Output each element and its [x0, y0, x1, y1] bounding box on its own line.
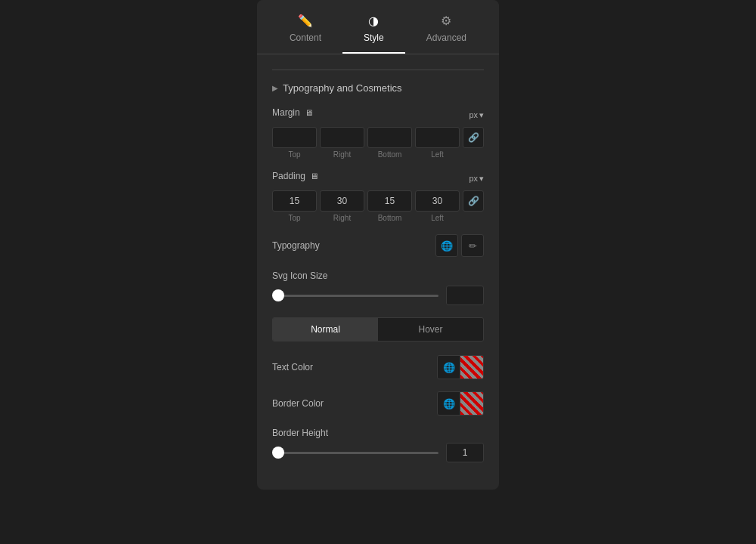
margin-row-top: Margin 🖥 px ▾ — [272, 107, 484, 122]
padding-left-input[interactable] — [415, 190, 460, 212]
monitor-icon: 🖥 — [305, 108, 313, 117]
margin-labels: Top Right Bottom Left — [272, 150, 484, 159]
margin-inputs: 🔗 — [272, 127, 484, 148]
border-height-slider[interactable] — [272, 452, 438, 454]
monitor-icon: 🖥 — [310, 172, 318, 181]
svg-icon-size-slider[interactable] — [272, 295, 438, 297]
padding-field: Padding 🖥 px ▾ 🔗 Top Right Bottom Lef — [272, 171, 484, 222]
text-color-globe-button[interactable]: 🌐 — [438, 356, 460, 379]
section-title: Typography and Cosmetics — [283, 82, 402, 94]
svg-icon-size-slider-row — [272, 286, 484, 305]
typography-label: Typography — [272, 240, 320, 251]
tab-content-label: Content — [290, 32, 321, 43]
typography-row: Typography 🌐 ✏ — [272, 234, 484, 257]
typography-globe-button[interactable]: 🌐 — [435, 234, 458, 257]
chevron-icon: ▶ — [272, 84, 278, 92]
tabs-bar: ✏️ Content ◑ Style ⚙ Advanced — [257, 0, 499, 54]
hover-button[interactable]: Hover — [378, 318, 483, 341]
padding-link-button[interactable]: 🔗 — [463, 190, 484, 212]
section-divider — [272, 70, 484, 70]
svg-icon-size-label: Svg Icon Size — [272, 270, 484, 281]
border-height-field: Border Height — [272, 428, 484, 462]
text-color-swatch[interactable] — [460, 356, 483, 379]
padding-label: Padding 🖥 — [272, 171, 318, 181]
padding-row-top: Padding 🖥 px ▾ — [272, 171, 484, 186]
typography-edit-button[interactable]: ✏ — [461, 234, 484, 257]
margin-top-input[interactable] — [272, 127, 317, 148]
margin-right-input[interactable] — [320, 127, 364, 148]
border-height-slider-row — [272, 443, 484, 462]
margin-unit-select[interactable]: px ▾ — [469, 110, 484, 120]
border-height-input[interactable] — [446, 443, 484, 462]
border-color-swatch[interactable] — [460, 392, 483, 415]
margin-bottom-input[interactable] — [367, 127, 412, 148]
panel-content: ▶ Typography and Cosmetics Margin 🖥 px ▾ — [257, 54, 499, 490]
chevron-down-icon: ▾ — [479, 174, 484, 184]
tab-style-label: Style — [364, 32, 384, 43]
border-color-globe-button[interactable]: 🌐 — [438, 392, 460, 415]
style-icon: ◑ — [368, 14, 379, 28]
border-color-row: Border Color 🌐 — [272, 391, 484, 416]
advanced-icon: ⚙ — [441, 14, 451, 28]
text-color-buttons: 🌐 — [437, 355, 484, 379]
margin-left-input[interactable] — [415, 127, 460, 148]
tab-content[interactable]: ✏️ Content — [268, 8, 342, 54]
normal-hover-toggle: Normal Hover — [272, 317, 484, 342]
text-color-label: Text Color — [272, 362, 313, 372]
tab-advanced[interactable]: ⚙ Advanced — [405, 8, 488, 54]
tab-advanced-label: Advanced — [426, 32, 466, 43]
border-color-buttons: 🌐 — [437, 391, 484, 416]
typography-buttons: 🌐 ✏ — [435, 234, 484, 257]
padding-labels: Top Right Bottom Left — [272, 214, 484, 222]
svg-icon-size-input[interactable] — [446, 286, 484, 305]
normal-button[interactable]: Normal — [273, 318, 378, 341]
padding-right-input[interactable] — [320, 190, 364, 212]
text-color-row: Text Color 🌐 — [272, 355, 484, 379]
padding-top-input[interactable] — [272, 190, 317, 212]
margin-field: Margin 🖥 px ▾ 🔗 Top Right Bottom Left — [272, 107, 484, 159]
chevron-down-icon: ▾ — [479, 110, 484, 120]
svg-icon-size-field: Svg Icon Size — [272, 270, 484, 305]
padding-unit-select[interactable]: px ▾ — [469, 174, 484, 184]
border-color-label: Border Color — [272, 398, 324, 409]
content-icon: ✏️ — [298, 14, 313, 28]
padding-inputs: 🔗 — [272, 190, 484, 212]
padding-bottom-input[interactable] — [367, 190, 412, 212]
settings-panel: ✏️ Content ◑ Style ⚙ Advanced ▶ Typograp… — [257, 0, 499, 490]
section-header[interactable]: ▶ Typography and Cosmetics — [272, 82, 484, 94]
border-height-label: Border Height — [272, 428, 484, 438]
margin-label: Margin 🖥 — [272, 107, 313, 118]
margin-link-button[interactable]: 🔗 — [463, 127, 484, 148]
tab-style[interactable]: ◑ Style — [342, 8, 405, 54]
